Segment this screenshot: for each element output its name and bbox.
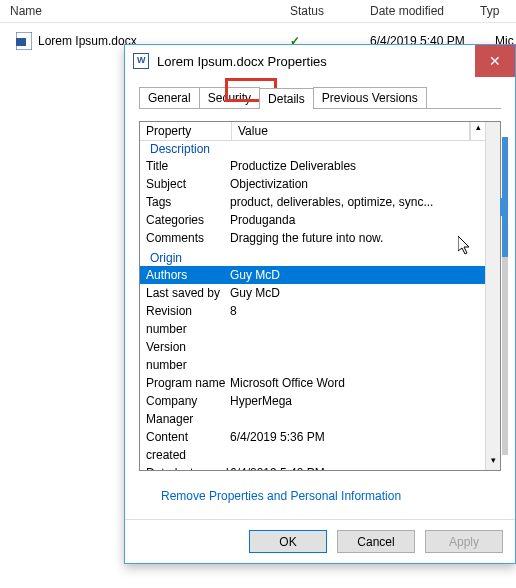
col-header-status[interactable]: Status xyxy=(290,4,370,18)
scroll-up-button[interactable]: ▴ xyxy=(470,122,485,140)
row-title[interactable]: TitleProductize Deliverables xyxy=(140,157,485,175)
tab-row: General Security Details Previous Versio… xyxy=(125,77,515,108)
explorer-column-headers: Name Status Date modified Typ xyxy=(0,0,516,23)
details-panel: Property Value ▴ Description TitleProduc… xyxy=(139,108,501,503)
tab-details[interactable]: Details xyxy=(259,88,314,109)
row-manager[interactable]: Manager xyxy=(140,410,485,428)
dialog-button-row: OK Cancel Apply xyxy=(125,519,515,563)
tab-general[interactable]: General xyxy=(139,87,200,108)
tab-previous-versions[interactable]: Previous Versions xyxy=(313,87,427,108)
row-revision-number[interactable]: Revision number8 xyxy=(140,302,485,338)
row-tags[interactable]: Tagsproduct, deliverables, optimize, syn… xyxy=(140,193,485,211)
row-version-number[interactable]: Version number xyxy=(140,338,485,374)
row-content-created[interactable]: Content created6/4/2019 5:36 PM xyxy=(140,428,485,464)
col-header-date[interactable]: Date modified xyxy=(370,4,480,18)
col-header-type[interactable]: Typ xyxy=(480,4,516,18)
titlebar[interactable]: Lorem Ipsum.docx Properties ✕ xyxy=(125,45,515,77)
row-comments[interactable]: CommentsDragging the future into now. xyxy=(140,229,485,247)
dialog-scroll-thumb[interactable] xyxy=(502,137,508,257)
cancel-button[interactable]: Cancel xyxy=(337,530,415,553)
ok-button[interactable]: OK xyxy=(249,530,327,553)
remove-properties-link[interactable]: Remove Properties and Personal Informati… xyxy=(161,489,401,503)
word-doc-icon xyxy=(133,53,149,69)
property-grid: Property Value ▴ Description TitleProduc… xyxy=(139,121,501,471)
dialog-scroll-tab-icon[interactable] xyxy=(500,198,508,216)
docx-icon xyxy=(16,32,32,50)
row-authors[interactable]: AuthorsGuy McD xyxy=(140,266,485,284)
properties-dialog: Lorem Ipsum.docx Properties ✕ General Se… xyxy=(124,44,516,564)
row-last-saved-by[interactable]: Last saved byGuy McD xyxy=(140,284,485,302)
tab-security[interactable]: Security xyxy=(199,87,260,108)
dialog-scroll-track[interactable] xyxy=(502,137,508,455)
row-date-last-saved[interactable]: Date last saved6/4/2019 5:40 PM xyxy=(140,464,485,470)
apply-button[interactable]: Apply xyxy=(425,530,503,553)
row-company[interactable]: CompanyHyperMega xyxy=(140,392,485,410)
grid-header-property[interactable]: Property xyxy=(140,122,232,140)
close-icon: ✕ xyxy=(489,53,501,69)
close-button[interactable]: ✕ xyxy=(475,45,515,77)
grid-header-value[interactable]: Value xyxy=(232,122,470,140)
grid-header: Property Value ▴ xyxy=(140,122,485,141)
dialog-title: Lorem Ipsum.docx Properties xyxy=(157,54,327,69)
row-subject[interactable]: SubjectObjectivization xyxy=(140,175,485,193)
grid-scrollbar[interactable]: ▾ xyxy=(485,122,500,470)
group-description: Description xyxy=(140,141,485,157)
group-origin: Origin xyxy=(140,247,485,266)
row-categories[interactable]: CategoriesProduganda xyxy=(140,211,485,229)
scroll-down-button[interactable]: ▾ xyxy=(486,455,500,470)
svg-rect-1 xyxy=(16,38,26,46)
row-program-name[interactable]: Program nameMicrosoft Office Word xyxy=(140,374,485,392)
col-header-name[interactable]: Name xyxy=(0,4,290,18)
